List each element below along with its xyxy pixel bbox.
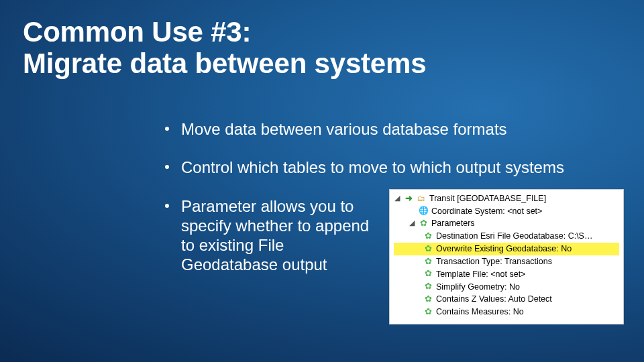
gear-icon: ✿ xyxy=(423,293,433,306)
globe-icon: 🌐 xyxy=(419,205,428,217)
tree-param-item-highlighted[interactable]: ✿ Overwrite Existing Geodatabase: No xyxy=(394,243,619,255)
tree-node-label: Transit [GEODATABASE_FILE] xyxy=(429,192,546,204)
bullet-item: Move data between various database forma… xyxy=(165,119,617,139)
gear-icon: ✿ xyxy=(423,230,433,243)
twistie-icon[interactable]: ◢ xyxy=(409,218,415,229)
tree-param-item[interactable]: ✿ Template File: <not set> xyxy=(394,267,619,280)
twistie-icon[interactable]: ◢ xyxy=(394,193,400,204)
tree-param-label: Contains Measures: No xyxy=(436,306,524,318)
gear-icon: ✿ xyxy=(423,267,433,280)
bullet-text: Parameter allows you to specify whether … xyxy=(181,196,382,275)
bullet-dot-icon xyxy=(165,127,169,131)
gear-icon: ✿ xyxy=(419,217,428,230)
tree-param-label: Overwrite Existing Geodatabase: No xyxy=(436,243,572,255)
tree-param-item[interactable]: ✿ Contains Z Values: Auto Detect xyxy=(394,293,619,306)
title-line-2: Migrate data between systems xyxy=(23,48,426,79)
tree-param-item[interactable]: ✿ Contains Measures: No xyxy=(394,306,619,318)
tree-node-label: Parameters xyxy=(431,217,475,229)
tree-param-item[interactable]: ✿ Transaction Type: Transactions xyxy=(394,255,619,268)
database-icon: 🗂 xyxy=(417,193,426,204)
tree-param-label: Contains Z Values: Auto Detect xyxy=(436,293,552,305)
geodatabase-tree-panel: ◢ ➜ 🗂 Transit [GEODATABASE_FILE] 🌐 Coord… xyxy=(389,189,624,324)
tree-root-node[interactable]: ◢ ➜ 🗂 Transit [GEODATABASE_FILE] xyxy=(394,192,619,205)
tree-param-item[interactable]: ✿ Simplify Geometry: No xyxy=(394,280,619,293)
tree-params-node[interactable]: ◢ ✿ Parameters xyxy=(394,217,619,230)
gear-icon: ✿ xyxy=(423,243,433,255)
tree-param-label: Simplify Geometry: No xyxy=(436,281,520,293)
bullet-text: Move data between various database forma… xyxy=(181,119,507,139)
tree-node-label: Coordinate System: <not set> xyxy=(431,205,542,217)
tree-param-label: Destination Esri File Geodatabase: C:\S… xyxy=(436,230,592,242)
gear-icon: ✿ xyxy=(423,306,433,318)
tree-param-item[interactable]: ✿ Destination Esri File Geodatabase: C:\… xyxy=(394,230,619,243)
arrow-icon: ➜ xyxy=(404,192,413,205)
bullet-dot-icon xyxy=(165,165,169,169)
tree-param-label: Template File: <not set> xyxy=(436,268,525,280)
gear-icon: ✿ xyxy=(423,280,433,293)
bullet-text: Control which tables to move to which ou… xyxy=(181,158,564,177)
bullet-item: Control which tables to move to which ou… xyxy=(165,158,617,177)
slide-title: Common Use #3: Migrate data between syst… xyxy=(23,16,426,79)
bullet-dot-icon xyxy=(165,204,169,208)
gear-icon: ✿ xyxy=(423,255,433,268)
tree-param-label: Transaction Type: Transactions xyxy=(436,255,552,267)
tree-coord-node[interactable]: 🌐 Coordinate System: <not set> xyxy=(394,205,619,217)
title-line-1: Common Use #3: xyxy=(23,16,251,48)
